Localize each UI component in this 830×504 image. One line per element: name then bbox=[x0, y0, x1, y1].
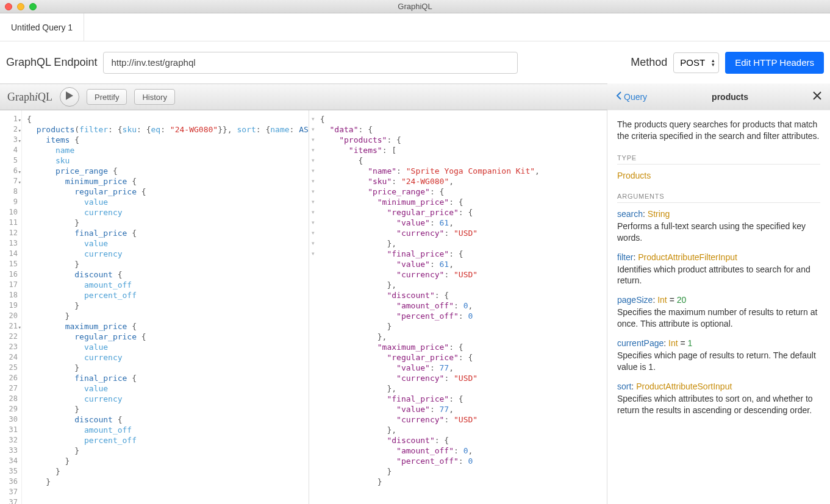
close-icon bbox=[813, 91, 821, 102]
endpoint-bar: GraphQL Endpoint Method POST Edit HTTP H… bbox=[0, 41, 830, 83]
arg-type-link[interactable]: Int bbox=[657, 295, 667, 305]
result-viewer: { "data": { "products": { "items": [ { "… bbox=[318, 110, 607, 504]
play-icon bbox=[66, 91, 73, 102]
arg-description: Specifies the maximum number of results … bbox=[617, 307, 820, 330]
arg-default: 20 bbox=[677, 295, 687, 305]
result-pane: ▾▾▾▾▾▾▾▾▾▾▾▾▾▾ { "data": { "products": {… bbox=[309, 110, 607, 504]
arg-name[interactable]: sort bbox=[617, 382, 631, 391]
arg-type-link[interactable]: String bbox=[648, 209, 670, 219]
arg-name[interactable]: filter bbox=[617, 252, 633, 262]
method-select[interactable]: POST bbox=[673, 52, 719, 73]
method-label: Method bbox=[631, 56, 667, 69]
arg-description: Performs a full-text search using the sp… bbox=[617, 221, 820, 244]
execute-query-button[interactable] bbox=[60, 87, 79, 107]
arg-type-link[interactable]: ProductAttributeSortInput bbox=[636, 382, 732, 391]
tab-bar: Untitled Query 1 bbox=[0, 13, 830, 41]
window-controls bbox=[5, 3, 37, 10]
docs-argument: sort: ProductAttributeSortInputSpecifies… bbox=[617, 382, 820, 416]
docs-back-label: Query bbox=[624, 92, 647, 102]
prettify-button[interactable]: Prettify bbox=[87, 89, 127, 105]
close-window-button[interactable] bbox=[5, 3, 12, 10]
arg-description: Specifies which attributes to sort on, a… bbox=[617, 393, 820, 416]
arg-type-link[interactable]: Int bbox=[668, 338, 678, 348]
arg-name[interactable]: search bbox=[617, 209, 643, 219]
docs-argument: currentPage: Int = 1Specifies which page… bbox=[617, 338, 820, 373]
docs-argument: pageSize: Int = 20Specifies the maximum … bbox=[617, 295, 820, 330]
graphiql-logo: GraphiQL bbox=[7, 91, 52, 104]
docs-type-heading: TYPE bbox=[617, 154, 820, 165]
docs-argument: filter: ProductAttributeFilterInputIdent… bbox=[617, 252, 820, 287]
docs-close-button[interactable] bbox=[813, 91, 821, 102]
docs-description: The products query searches for products… bbox=[617, 119, 820, 142]
window-title: GraphiQL bbox=[398, 2, 432, 11]
query-tab[interactable]: Untitled Query 1 bbox=[0, 13, 84, 41]
docs-back-button[interactable]: Query bbox=[616, 91, 647, 102]
arg-default: 1 bbox=[688, 338, 693, 348]
endpoint-input[interactable] bbox=[103, 52, 518, 74]
arg-description: Identifies which product attributes to s… bbox=[617, 264, 820, 287]
arg-name[interactable]: pageSize bbox=[617, 295, 653, 305]
maximize-window-button[interactable] bbox=[29, 3, 37, 10]
arg-type-link[interactable]: ProductAttributeFilterInput bbox=[638, 252, 737, 262]
docs-pane: Query products The products query search… bbox=[607, 110, 830, 504]
titlebar: GraphiQL bbox=[0, 0, 830, 13]
workspace: 1234567891011121314151617181920212223242… bbox=[0, 110, 830, 504]
history-button[interactable]: History bbox=[134, 89, 174, 105]
chevron-left-icon bbox=[616, 91, 621, 102]
edit-http-headers-button[interactable]: Edit HTTP Headers bbox=[725, 52, 824, 74]
query-tab-label: Untitled Query 1 bbox=[11, 23, 73, 32]
arg-description: Specifies which page of results to retur… bbox=[617, 350, 820, 373]
query-editor-pane: 1234567891011121314151617181920212223242… bbox=[0, 110, 309, 504]
docs-type-link[interactable]: Products bbox=[617, 171, 651, 180]
docs-arguments-heading: ARGUMENTS bbox=[617, 193, 820, 203]
docs-title: products bbox=[647, 92, 813, 102]
minimize-window-button[interactable] bbox=[17, 3, 24, 10]
docs-argument: search: StringPerforms a full-text searc… bbox=[617, 209, 820, 244]
endpoint-label: GraphQL Endpoint bbox=[6, 56, 97, 69]
editor-gutter: 1234567891011121314151617181920212223242… bbox=[0, 110, 22, 504]
arg-name[interactable]: currentPage bbox=[617, 338, 664, 348]
query-editor[interactable]: { products(filter: {sku: {eq: "24-WG080"… bbox=[22, 110, 309, 504]
result-gutter: ▾▾▾▾▾▾▾▾▾▾▾▾▾▾ bbox=[309, 110, 318, 504]
